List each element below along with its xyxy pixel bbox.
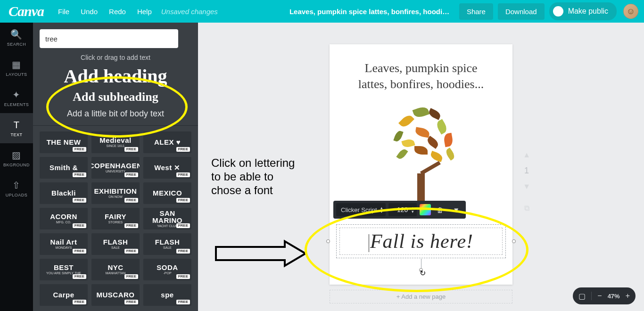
text-template[interactable]: FLASHSALEFREE bbox=[143, 233, 191, 255]
template-line2: STORIES bbox=[108, 221, 123, 224]
share-button[interactable]: Share bbox=[459, 3, 493, 20]
menu-help[interactable]: Help bbox=[137, 8, 152, 16]
delete-text-button[interactable]: 🗑 bbox=[434, 203, 447, 216]
rotate-handle[interactable]: ↻ bbox=[419, 268, 423, 272]
download-button[interactable]: Download bbox=[498, 3, 545, 20]
page-gutter: ▲ 1 ▼ ⧉ bbox=[523, 151, 530, 213]
text-template[interactable]: ACORNMFG. CO.FREE bbox=[40, 208, 88, 229]
text-template[interactable]: speFREE bbox=[143, 284, 191, 306]
text-selection-bounds[interactable]: ↻ Fall is here! bbox=[336, 224, 506, 258]
text-template[interactable]: West ✕FREE bbox=[143, 157, 191, 179]
nav-search[interactable]: 🔍SEARCH bbox=[0, 23, 33, 53]
template-line2: UNIVERSITY bbox=[106, 170, 125, 173]
page-down-icon[interactable]: ▼ bbox=[523, 182, 530, 191]
page-heading[interactable]: Leaves, pumpkin spice lattes, bonfires, … bbox=[330, 60, 512, 92]
zoom-in-button[interactable]: + bbox=[626, 292, 630, 300]
template-line1: BEST bbox=[54, 264, 74, 271]
font-size-input[interactable]: 120 ▴▾ bbox=[388, 203, 417, 216]
template-line2: MANHATTAN bbox=[106, 271, 126, 275]
text-toolbar: Clicker Script ▴▾ 120 ▴▾ 🗑 ▼ bbox=[333, 201, 466, 219]
text-template[interactable]: SODA-POPFREE bbox=[143, 259, 191, 280]
more-options-button[interactable]: ▼ bbox=[450, 203, 463, 216]
elements-icon: ✦ bbox=[12, 89, 21, 100]
text-template[interactable]: FLASHSALEFREE bbox=[91, 233, 140, 255]
text-color-picker[interactable] bbox=[420, 204, 431, 215]
drag-hint: Click or drag to add text bbox=[40, 54, 191, 61]
search-icon: 🔍 bbox=[10, 29, 23, 40]
template-line1: THE NEW bbox=[47, 139, 81, 146]
zoom-out-button[interactable]: − bbox=[597, 292, 602, 300]
editable-text[interactable]: Fall is here! bbox=[341, 230, 501, 253]
menu-redo[interactable]: Redo bbox=[109, 8, 126, 16]
rotate-line bbox=[421, 259, 421, 269]
template-line1: FLASH bbox=[155, 238, 180, 246]
text-template[interactable]: BlackliFREE bbox=[40, 182, 88, 204]
text-edit-box[interactable]: Fall is here! bbox=[339, 228, 503, 255]
font-name-label: Clicker Script bbox=[341, 206, 377, 213]
text-template[interactable]: Nail ArtMONDAYSFREE bbox=[40, 233, 88, 255]
resize-handle-left[interactable] bbox=[326, 239, 330, 243]
make-public-button[interactable]: Make public bbox=[549, 2, 617, 20]
design-page[interactable]: Leaves, pumpkin spice lattes, bonfires, … bbox=[330, 44, 512, 285]
text-template[interactable]: MEXICOFREE bbox=[143, 182, 191, 204]
add-body-button[interactable]: Add a little bit of body text bbox=[40, 109, 191, 119]
template-line1: SAN MARINO bbox=[144, 210, 190, 225]
public-toggle-icon bbox=[553, 6, 563, 16]
panel-search[interactable] bbox=[40, 29, 178, 48]
menu-file[interactable]: File bbox=[58, 8, 69, 16]
text-template[interactable]: FAIRYSTORIESFREE bbox=[91, 208, 140, 229]
template-line1: Medieval bbox=[99, 137, 131, 144]
template-line2: MFG. CO. bbox=[56, 221, 71, 224]
text-template[interactable]: NYCMANHATTANFREE bbox=[91, 259, 140, 280]
duplicate-page-icon[interactable]: ⧉ bbox=[524, 204, 529, 213]
add-subheading-button[interactable]: Add subheading bbox=[40, 90, 191, 104]
font-selector[interactable]: Clicker Script ▴▾ bbox=[336, 203, 386, 216]
text-template[interactable]: CarpeFREE bbox=[40, 284, 88, 306]
text-template[interactable]: Smith &FREE bbox=[40, 157, 88, 179]
nav-bkground-label: BKGROUND bbox=[3, 163, 30, 167]
template-line1: FAIRY bbox=[105, 213, 126, 221]
tree-graphic[interactable] bbox=[374, 106, 468, 209]
nav-uploads-label: UPLOADS bbox=[6, 193, 28, 197]
zoom-percent[interactable]: 47% bbox=[608, 293, 620, 300]
leaf-icon bbox=[444, 147, 456, 161]
text-icon: T bbox=[14, 120, 20, 131]
text-template[interactable]: SAN MARINOYACHT CLUBFREE bbox=[143, 208, 191, 229]
text-template[interactable]: ALEX ♥FREE bbox=[143, 131, 191, 153]
present-icon[interactable]: ▢ bbox=[578, 292, 586, 301]
template-grid: THE NEWFREEMedievalSINCE 1611FREEALEX ♥F… bbox=[40, 131, 191, 311]
resize-handle-right[interactable] bbox=[512, 239, 516, 243]
add-heading-button[interactable]: Add heading bbox=[40, 65, 191, 87]
leaf-icon bbox=[428, 108, 442, 120]
text-template[interactable]: MedievalSINCE 1611FREE bbox=[91, 131, 140, 153]
template-line1: MUSCARO bbox=[97, 291, 135, 299]
template-line1: West ✕ bbox=[154, 164, 181, 172]
nav-search-label: SEARCH bbox=[7, 42, 26, 47]
panel-search-input[interactable] bbox=[45, 35, 173, 43]
text-template[interactable]: THE NEWFREE bbox=[40, 131, 88, 153]
nav-layouts[interactable]: ▦LAYOUTS bbox=[0, 53, 33, 83]
unsaved-status: Unsaved changes bbox=[161, 8, 218, 16]
free-badge: FREE bbox=[73, 198, 86, 203]
nav-bkground[interactable]: ▨BKGROUND bbox=[0, 143, 33, 173]
add-page-button[interactable]: + Add a new page bbox=[330, 290, 512, 303]
text-template[interactable]: EXHIBITIONON NOWFREE bbox=[91, 182, 140, 204]
text-template[interactable]: BESTYOU ARE SIMPLY THEFREE bbox=[40, 259, 88, 280]
page-number: 1 bbox=[524, 166, 529, 176]
nav-elements-label: ELEMENTS bbox=[4, 102, 29, 107]
nav-text[interactable]: TTEXT bbox=[0, 113, 33, 143]
page-up-icon[interactable]: ▲ bbox=[523, 151, 530, 159]
nav-elements[interactable]: ✦ELEMENTS bbox=[0, 83, 33, 113]
top-menu: File Undo Redo Help bbox=[58, 8, 152, 16]
free-badge: FREE bbox=[176, 223, 190, 228]
text-template[interactable]: COPENHAGENUNIVERSITYFREE bbox=[91, 157, 140, 179]
user-avatar[interactable]: ☺ bbox=[623, 4, 638, 19]
template-line1: FLASH bbox=[103, 238, 128, 246]
free-badge: FREE bbox=[124, 300, 138, 304]
menu-undo[interactable]: Undo bbox=[81, 8, 98, 16]
nav-uploads[interactable]: ⇧UPLOADS bbox=[0, 173, 33, 204]
document-title[interactable]: Leaves, pumpkin spice lattes, bonfires, … bbox=[289, 8, 454, 16]
left-nav: 🔍SEARCH ▦LAYOUTS ✦ELEMENTS TTEXT ▨BKGROU… bbox=[0, 23, 33, 311]
leaf-icon bbox=[443, 133, 454, 147]
text-template[interactable]: MUSCAROFREE bbox=[91, 284, 140, 306]
